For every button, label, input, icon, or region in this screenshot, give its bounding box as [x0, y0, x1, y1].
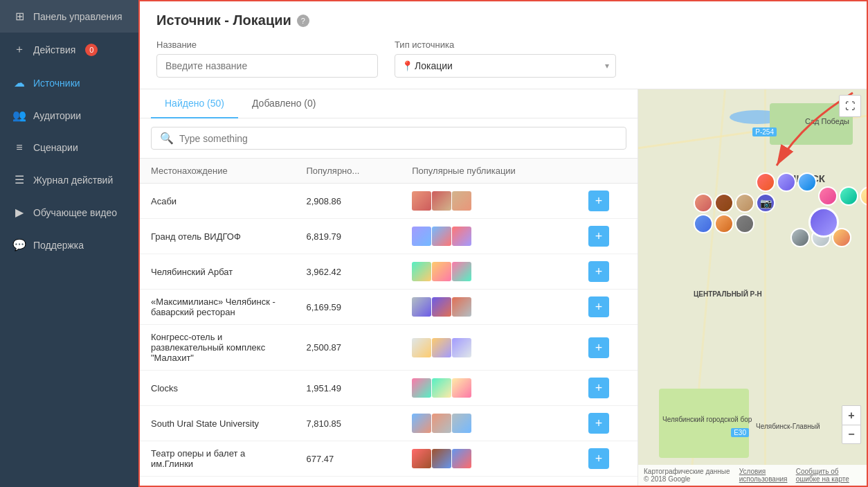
page-header: Источник - Локации ? Название Тип источн…: [140, 1, 867, 89]
table-row: Гранд отель ВИДГОФ 6,819.79 +: [140, 219, 638, 254]
map-footer: Картографические данные © 2018 Google Ус…: [638, 465, 867, 486]
search-input[interactable]: [179, 133, 617, 144]
popular-publications: [401, 254, 577, 290]
sidebar-item-label: Действия: [33, 44, 75, 55]
search-bar: 🔍: [140, 118, 638, 159]
table-row: Конгресс-отель и развлекательный комплек…: [140, 325, 638, 371]
popular-publications: [401, 441, 577, 477]
map-zoom-controls: + −: [842, 405, 861, 444]
map-report[interactable]: Сообщить об ошибке на карте: [796, 468, 861, 483]
add-location-button[interactable]: +: [588, 296, 609, 317]
zoom-out-button[interactable]: −: [842, 425, 861, 444]
add-location-button[interactable]: +: [588, 226, 609, 247]
popular-publications: [401, 219, 577, 254]
location-name: Гранд отель ВИДГОФ: [140, 219, 295, 254]
camera-cluster-icon: 📷: [756, 193, 775, 213]
sidebar-item-actions[interactable]: ＋ Действия 0: [0, 33, 138, 67]
map-avatar: [735, 214, 754, 233]
col-popularity: Популярно...: [295, 159, 401, 184]
station-label: Челябинск-Главный: [756, 423, 820, 430]
name-input[interactable]: [156, 54, 378, 78]
table-row: South Ural State University 7,810.85 +: [140, 406, 638, 441]
add-cell: +: [577, 371, 638, 406]
sidebar-item-label: Поддержка: [33, 240, 84, 251]
add-location-button[interactable]: +: [588, 413, 609, 434]
avatar-cluster-3: [818, 186, 867, 206]
sidebar-item-tutorial[interactable]: ▶ Обучающее видео: [0, 196, 138, 229]
audiences-icon: 👥: [12, 109, 26, 122]
popularity-value: 1,951.49: [295, 371, 401, 406]
tab-found[interactable]: Найдено (50): [151, 89, 238, 118]
map-avatar: [694, 193, 713, 213]
forest-label: Челябинский городской бор: [662, 416, 752, 423]
table-row: Асаби 2,908.86 +: [140, 184, 638, 219]
add-location-button[interactable]: +: [588, 337, 609, 358]
sidebar-item-support[interactable]: 💬 Поддержка: [0, 229, 138, 261]
tutorial-icon: ▶: [12, 206, 26, 219]
locations-table: Местонахождение Популярно... Популярные …: [140, 159, 638, 477]
avatar-solo: [808, 207, 839, 238]
sidebar-item-label: Источники: [33, 78, 80, 89]
garden-label: Сад Победы: [805, 117, 849, 125]
tab-added[interactable]: Добавлено (0): [238, 89, 330, 118]
sidebar-item-label: Панель управления: [33, 11, 123, 22]
left-panel: Найдено (50) Добавлено (0) 🔍 Местонахожд…: [140, 89, 638, 486]
help-icon[interactable]: ?: [297, 15, 309, 27]
popular-publications: [401, 406, 577, 441]
add-cell: +: [577, 441, 638, 477]
sidebar-item-label: Сценарии: [33, 142, 78, 153]
popularity-value: 3,962.42: [295, 254, 401, 290]
popularity-value: 7,810.85: [295, 406, 401, 441]
map-copyright: Картографические данные © 2018 Google: [644, 468, 734, 483]
sidebar-item-label: Обучающее видео: [33, 207, 117, 218]
map-avatar: [818, 186, 838, 206]
add-cell: +: [577, 219, 638, 254]
map-terms[interactable]: Условия использования: [739, 468, 790, 483]
add-cell: +: [577, 254, 638, 290]
popularity-value: 2,500.87: [295, 325, 401, 371]
popular-publications: [401, 371, 577, 406]
sidebar-item-dashboard[interactable]: ⊞ Панель управления: [0, 0, 138, 33]
location-name: Асаби: [140, 184, 295, 219]
table-row: Челябинский Арбат 3,962.42 +: [140, 254, 638, 290]
popularity-value: 2,908.86: [295, 184, 401, 219]
main-content: Источник - Локации ? Название Тип источн…: [138, 0, 868, 487]
search-icon: 🔍: [160, 132, 174, 145]
col-location: Местонахождение: [140, 159, 295, 184]
content-area: Найдено (50) Добавлено (0) 🔍 Местонахожд…: [140, 89, 867, 486]
map-avatar: [714, 193, 734, 213]
popular-publications: [401, 325, 577, 371]
popularity-value: 6,169.59: [295, 290, 401, 325]
map-avatar: [839, 186, 858, 206]
forest-area: [659, 389, 749, 458]
map-avatar-large: [808, 207, 839, 238]
map-expand-button[interactable]: ⛶: [839, 95, 861, 117]
table-container: Местонахождение Популярно... Популярные …: [140, 159, 638, 486]
popular-publications: [401, 290, 577, 325]
sidebar-item-label: Аудитории: [33, 110, 81, 121]
sidebar-item-actlog[interactable]: ☰ Журнал действий: [0, 163, 138, 196]
add-cell: +: [577, 290, 638, 325]
add-cell: +: [577, 325, 638, 371]
type-select-wrapper: 📍 Локации ▾: [395, 54, 616, 78]
table-row: «Максимилианс» Челябинск - баварский рес…: [140, 290, 638, 325]
add-location-button[interactable]: +: [588, 378, 609, 398]
scenarios-icon: ≡: [12, 141, 26, 154]
add-location-button[interactable]: +: [588, 191, 609, 211]
page-title: Источник - Локации: [156, 12, 291, 28]
add-location-button[interactable]: +: [588, 261, 609, 282]
e30-badge: E30: [731, 428, 749, 437]
sources-icon: ☁: [12, 76, 26, 89]
map-avatar: [797, 172, 817, 192]
map-avatar: [714, 214, 734, 233]
sidebar-item-sources[interactable]: ☁ Источники: [0, 67, 138, 99]
sidebar-item-audiences[interactable]: 👥 Аудитории: [0, 99, 138, 132]
zoom-in-button[interactable]: +: [842, 405, 861, 425]
map-avatar: [790, 228, 810, 247]
add-location-button[interactable]: +: [588, 448, 609, 469]
tabs-bar: Найдено (50) Добавлено (0): [140, 89, 638, 118]
sidebar-item-scenarios[interactable]: ≡ Сценарии: [0, 132, 138, 163]
popular-publications: [401, 184, 577, 219]
type-select[interactable]: Локации: [395, 54, 616, 78]
popularity-value: 677.47: [295, 441, 401, 477]
